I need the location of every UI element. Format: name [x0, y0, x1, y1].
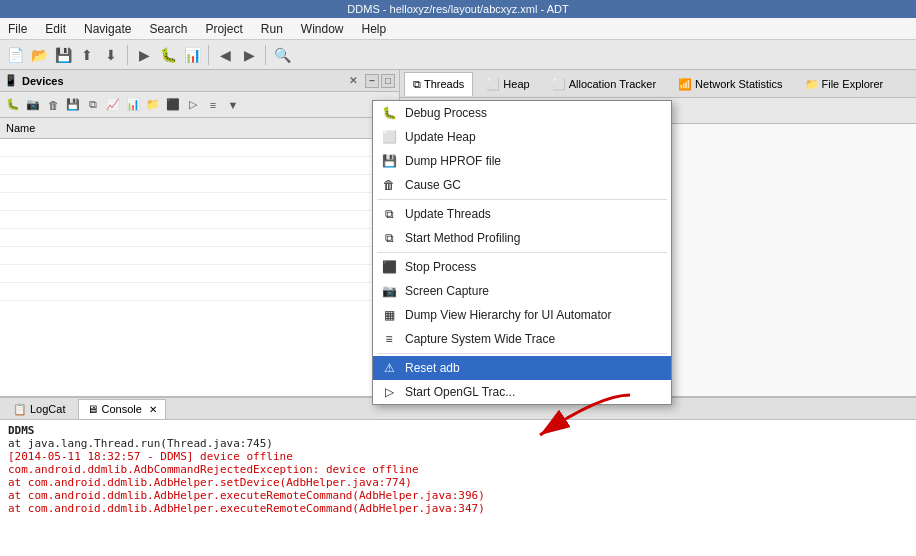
heap-icon: ⬜ — [486, 78, 500, 91]
ctx-label-7: Screen Capture — [405, 284, 489, 298]
ctx-label-10: Reset adb — [405, 361, 460, 375]
ctx-icon-1: ⬜ — [381, 129, 397, 145]
tab-network-statistics[interactable]: 📶 Network Statistics — [669, 72, 791, 96]
devices-dropdown-icon[interactable]: ▼ — [224, 96, 242, 114]
context-menu-item-9[interactable]: ≡Capture System Wide Trace — [373, 327, 671, 351]
context-menu-item-0[interactable]: 🐛Debug Process — [373, 101, 671, 125]
context-menu-item-3[interactable]: 🗑Cause GC — [373, 173, 671, 197]
context-menu-item-7[interactable]: 📷Screen Capture — [373, 279, 671, 303]
debug-icon[interactable]: 🐛 — [157, 44, 179, 66]
devices-stop-icon[interactable]: ⬛ — [164, 96, 182, 114]
ctx-separator — [377, 252, 667, 253]
new-icon[interactable]: 📄 — [4, 44, 26, 66]
menu-bar: File Edit Navigate Search Project Run Wi… — [0, 18, 916, 40]
table-row — [0, 156, 399, 174]
ctx-label-4: Update Threads — [405, 207, 491, 221]
tab-file-explorer[interactable]: 📁 File Explorer — [796, 72, 893, 96]
table-row — [0, 210, 399, 228]
devices-thread-icon[interactable]: ⧉ — [84, 96, 102, 114]
right-tabs: ⧉ Threads ⬜ Heap ⬜ Allocation Tracker 📶 … — [400, 70, 916, 98]
menu-file[interactable]: File — [4, 21, 31, 37]
menu-search[interactable]: Search — [145, 21, 191, 37]
toolbar-sep-3 — [265, 45, 266, 65]
search-toolbar-icon[interactable]: 🔍 — [271, 44, 293, 66]
ctx-label-1: Update Heap — [405, 130, 476, 144]
menu-run[interactable]: Run — [257, 21, 287, 37]
console-line: at com.android.ddmlib.AdbHelper.executeR… — [8, 489, 908, 502]
console-name: DDMS — [8, 424, 908, 437]
table-row — [0, 282, 399, 300]
console-line: [2014-05-11 18:32:57 - DDMS] device offl… — [8, 450, 908, 463]
back-icon[interactable]: ◀ — [214, 44, 236, 66]
devices-hprof-icon[interactable]: 💾 — [64, 96, 82, 114]
console-icon: 🖥 — [87, 403, 98, 415]
menu-window[interactable]: Window — [297, 21, 348, 37]
ctx-label-0: Debug Process — [405, 106, 487, 120]
ctx-icon-4: ⧉ — [381, 206, 397, 222]
table-row — [0, 264, 399, 282]
context-menu-item-4[interactable]: ⧉Update Threads — [373, 202, 671, 226]
context-menu-item-5[interactable]: ⧉Start Method Profiling — [373, 226, 671, 250]
tab-allocation-tracker[interactable]: ⬜ Allocation Tracker — [543, 72, 665, 96]
devices-alloc-icon[interactable]: 📊 — [124, 96, 142, 114]
console-close-icon[interactable]: ✕ — [149, 404, 157, 415]
devices-table: Name — [0, 118, 399, 301]
ctx-label-6: Stop Process — [405, 260, 476, 274]
devices-header: 📱 Devices ✕ – □ — [0, 70, 399, 92]
import-icon[interactable]: ⬇ — [100, 44, 122, 66]
run-icon[interactable]: ▶ — [133, 44, 155, 66]
minimize-button[interactable]: – — [365, 74, 379, 88]
ctx-label-9: Capture System Wide Trace — [405, 332, 555, 346]
bottom-panel: 📋 LogCat 🖥 Console ✕ DDMS at java.lang.T… — [0, 396, 916, 556]
menu-project[interactable]: Project — [201, 21, 246, 37]
context-menu-item-6[interactable]: ⬛Stop Process — [373, 255, 671, 279]
devices-content: Name — [0, 118, 399, 396]
ctx-icon-8: ▦ — [381, 307, 397, 323]
console-label: Console — [101, 403, 141, 415]
devices-opengl-icon[interactable]: ▷ — [184, 96, 202, 114]
menu-help[interactable]: Help — [358, 21, 391, 37]
devices-gc-icon[interactable]: 🗑 — [44, 96, 62, 114]
table-row — [0, 192, 399, 210]
title-text: DDMS - helloxyz/res/layout/abcxyz.xml - … — [347, 3, 568, 15]
tab-console[interactable]: 🖥 Console ✕ — [78, 399, 165, 419]
tab-heap[interactable]: ⬜ Heap — [477, 72, 538, 96]
context-menu-item-10[interactable]: ⚠Reset adb — [373, 356, 671, 380]
file-explorer-icon: 📁 — [805, 78, 819, 91]
logcat-icon: 📋 — [13, 403, 27, 416]
toolbar-sep-2 — [208, 45, 209, 65]
network-label: Network Statistics — [695, 78, 782, 90]
ctx-separator — [377, 199, 667, 200]
title-bar: DDMS - helloxyz/res/layout/abcxyz.xml - … — [0, 0, 916, 18]
devices-method-icon[interactable]: 📈 — [104, 96, 122, 114]
context-menu-item-8[interactable]: ▦Dump View Hierarchy for UI Automator — [373, 303, 671, 327]
context-menu-item-1[interactable]: ⬜Update Heap — [373, 125, 671, 149]
ctx-icon-11: ▷ — [381, 384, 397, 400]
context-menu-item-11[interactable]: ▷Start OpenGL Trac... — [373, 380, 671, 404]
devices-file-icon[interactable]: 📁 — [144, 96, 162, 114]
toolbar-sep-1 — [127, 45, 128, 65]
ctx-icon-7: 📷 — [381, 283, 397, 299]
ctx-icon-2: 💾 — [381, 153, 397, 169]
console-line: at java.lang.Thread.run(Thread.java:745) — [8, 437, 908, 450]
menu-navigate[interactable]: Navigate — [80, 21, 135, 37]
devices-capture-icon[interactable]: ≡ — [204, 96, 222, 114]
ctx-icon-5: ⧉ — [381, 230, 397, 246]
context-menu: 🐛Debug Process⬜Update Heap💾Dump HPROF fi… — [372, 100, 672, 405]
devices-debug-icon[interactable]: 🐛 — [4, 96, 22, 114]
save-icon[interactable]: 💾 — [52, 44, 74, 66]
menu-edit[interactable]: Edit — [41, 21, 70, 37]
profile-icon[interactable]: 📊 — [181, 44, 203, 66]
tab-threads[interactable]: ⧉ Threads — [404, 72, 473, 96]
ctx-label-5: Start Method Profiling — [405, 231, 520, 245]
tab-logcat[interactable]: 📋 LogCat — [4, 399, 74, 419]
export-icon[interactable]: ⬆ — [76, 44, 98, 66]
forward-icon[interactable]: ▶ — [238, 44, 260, 66]
ctx-icon-6: ⬛ — [381, 259, 397, 275]
open-icon[interactable]: 📂 — [28, 44, 50, 66]
threads-icon: ⧉ — [413, 78, 421, 91]
maximize-button[interactable]: □ — [381, 74, 395, 88]
ctx-label-3: Cause GC — [405, 178, 461, 192]
context-menu-item-2[interactable]: 💾Dump HPROF file — [373, 149, 671, 173]
devices-screen-icon[interactable]: 📷 — [24, 96, 42, 114]
